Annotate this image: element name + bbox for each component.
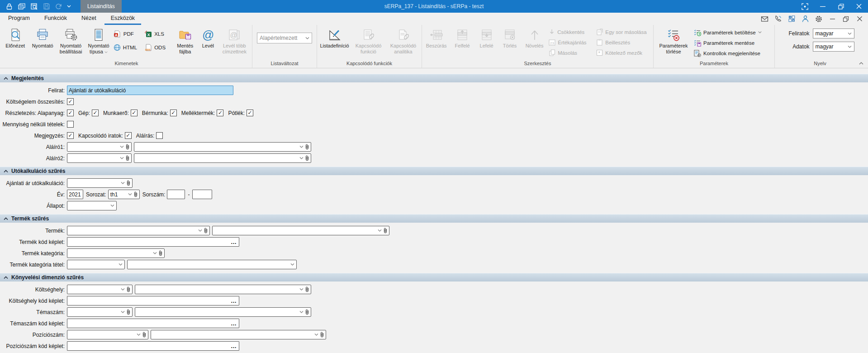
section-megjelenites[interactable]: Megjelenítés: [0, 74, 868, 82]
section-utokalkulacio[interactable]: Utókalkuláció szűrés: [0, 167, 868, 175]
data-lang-combo[interactable]: magyar: [813, 42, 854, 52]
close-button[interactable]: [850, 0, 868, 13]
temaszam-kod-input[interactable]: …: [67, 319, 239, 328]
window-tab[interactable]: Listaindítás: [81, 0, 122, 13]
termek-kategoria-combo[interactable]: [67, 248, 165, 258]
printer-type-button[interactable]: Nyomtató típusa: [85, 25, 112, 60]
koltsegelem-checkbox[interactable]: [67, 98, 74, 105]
gep-checkbox[interactable]: [92, 110, 99, 116]
restore-button[interactable]: [832, 0, 850, 13]
inner-close-icon[interactable]: [854, 14, 865, 24]
munkaero-checkbox[interactable]: [131, 110, 138, 116]
svg-text:ODS: ODS: [145, 48, 151, 51]
paperclip-icon: [127, 286, 130, 292]
menu-funkciok[interactable]: Funkciók: [38, 13, 73, 25]
sorszam-from-input[interactable]: [167, 190, 185, 199]
felirat-input[interactable]: [67, 86, 233, 95]
kategoria-tetel-name-combo[interactable]: [127, 260, 297, 269]
ods-button[interactable]: ODSODS: [143, 42, 172, 52]
paperclip-icon: [305, 144, 309, 150]
alairo1-name-combo[interactable]: [134, 142, 311, 152]
paste-label: Beillesztés: [605, 40, 630, 45]
ellipsis-button[interactable]: …: [231, 239, 237, 245]
termek-name-combo[interactable]: [212, 226, 389, 235]
koltseghely-code-combo[interactable]: [67, 285, 133, 294]
mennyiseg-checkbox[interactable]: [67, 121, 74, 128]
menu-nezet[interactable]: Nézet: [75, 13, 103, 25]
ellipsis-button[interactable]: …: [231, 320, 237, 327]
ajanlati-combo[interactable]: [67, 178, 133, 188]
sorozat-combo[interactable]: th1: [108, 190, 140, 199]
temaszam-name-combo[interactable]: [135, 307, 311, 317]
alairo1-code-combo[interactable]: [67, 142, 132, 152]
bermunka-checkbox[interactable]: [170, 110, 177, 116]
move-down-icon: [480, 28, 493, 42]
koltseghely-name-combo[interactable]: [135, 285, 311, 294]
megjegyzes-checkbox[interactable]: [67, 132, 74, 139]
ribbon-collapse-button[interactable]: [859, 58, 863, 67]
koltseghely-kod-input[interactable]: …: [67, 296, 239, 305]
qat-dropdown-icon[interactable]: [67, 5, 71, 8]
menu-bar: Program Funkciók Nézet Eszközök: [0, 13, 868, 25]
list-definition-button[interactable]: Listadefiníció: [318, 25, 351, 60]
insert-row-label: Beszúrás: [426, 43, 447, 49]
temaszam-label: Témaszám:: [0, 309, 67, 315]
inner-restore-icon[interactable]: [840, 14, 852, 24]
xls-button[interactable]: XXLS: [143, 29, 172, 39]
termek-kod-input[interactable]: …: [67, 237, 239, 247]
pozicioszam-name-combo[interactable]: [151, 330, 326, 339]
pozicioszam-kod-input[interactable]: …: [67, 341, 239, 351]
params-save-button[interactable]: Paraméterek mentése: [693, 38, 773, 48]
pozicioszam-code-combo[interactable]: [67, 330, 148, 339]
paperclip-icon: [126, 144, 129, 150]
section-termek[interactable]: Termék szűrés: [0, 214, 868, 223]
params-clear-button[interactable]: Paraméterek törlése: [655, 25, 693, 60]
labels-lang-value: magyar: [816, 30, 834, 37]
ellipsis-button[interactable]: …: [231, 343, 237, 349]
print-button[interactable]: Nyomtató: [28, 25, 56, 60]
chevron-down-icon: [299, 157, 304, 159]
printer-settings-button[interactable]: Nyomtató beállításai: [57, 25, 85, 60]
window-search-icon[interactable]: [30, 3, 38, 10]
minimize-button[interactable]: [814, 0, 832, 13]
focus-mode-button[interactable]: [796, 0, 814, 13]
html-button[interactable]: HTML: [112, 42, 143, 52]
menu-eszkozok[interactable]: Eszközök: [104, 13, 142, 25]
cascade-windows-icon[interactable]: [18, 3, 26, 10]
pdf-button[interactable]: APDF: [112, 29, 143, 39]
ev-input[interactable]: [67, 190, 83, 199]
kapcsolodo-iratok-checkbox[interactable]: [125, 132, 132, 139]
mail-button[interactable]: @ Levél: [198, 25, 218, 60]
gep-label: Gép:: [78, 110, 90, 116]
koltseghely-kod-label: Költséghely kód képlet:: [0, 298, 67, 304]
alairo2-name-combo[interactable]: [134, 153, 311, 163]
alairas-checkbox[interactable]: [156, 132, 163, 139]
kategoria-tetel-code-combo[interactable]: [67, 260, 125, 269]
termek-code-combo[interactable]: [67, 226, 210, 235]
mail-tool-icon[interactable]: [759, 14, 770, 24]
params-load-button[interactable]: Paraméterek betöltése: [693, 27, 773, 38]
sorszam-to-input[interactable]: [192, 190, 212, 199]
allapot-combo[interactable]: [67, 201, 117, 210]
alairo2-code-combo[interactable]: [67, 153, 132, 163]
section-title: Megjelenítés: [11, 75, 44, 81]
temaszam-code-combo[interactable]: [67, 307, 133, 317]
menu-program[interactable]: Program: [2, 13, 36, 25]
labels-lang-combo[interactable]: magyar: [813, 29, 854, 38]
section-konyvelesi[interactable]: Könyvelési dimenzió szűrés: [0, 273, 868, 281]
user-tool-icon[interactable]: [799, 14, 811, 24]
ellipsis-button[interactable]: …: [231, 297, 237, 304]
xls-label: XLS: [154, 31, 164, 37]
settings-gear-icon[interactable]: [813, 14, 825, 24]
show-controls-button[interactable]: Kontrollok megjelenítése: [693, 48, 773, 58]
potlek-checkbox[interactable]: [247, 110, 253, 116]
save-to-file-button[interactable]: Mentés fájlba: [172, 25, 198, 60]
preview-icon: [9, 28, 22, 42]
inner-minimize-icon[interactable]: [826, 14, 838, 24]
calculator-tool-icon[interactable]: [786, 14, 797, 24]
ods-icon: ODS: [145, 44, 152, 51]
alapanyag-checkbox[interactable]: [67, 110, 74, 116]
phone-tool-icon[interactable]: [772, 14, 784, 24]
preview-button[interactable]: Előnézet: [2, 25, 28, 60]
mellektermek-checkbox[interactable]: [217, 110, 223, 116]
